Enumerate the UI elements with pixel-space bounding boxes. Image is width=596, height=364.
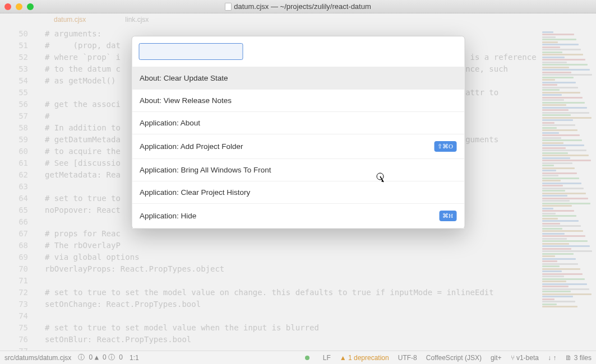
minimap-line <box>542 198 588 199</box>
status-diagnostics[interactable]: ⓘ 0 ▲ 0 ⓘ 0 <box>78 353 123 362</box>
minimap-line <box>542 139 582 141</box>
status-line-ending[interactable]: LF <box>323 354 331 362</box>
command-palette-item[interactable]: Application: Bring All Windows To Front <box>132 159 464 181</box>
code-line[interactable]: # set to true to set the model value on … <box>45 287 540 298</box>
minimap-line <box>542 248 571 250</box>
minimap-line <box>542 250 592 252</box>
status-cursor[interactable]: 1:1 <box>130 354 139 362</box>
minimap-line <box>542 243 569 245</box>
minimap-line <box>542 52 562 53</box>
minimap-line <box>542 245 590 247</box>
line-number: 76 <box>0 334 45 346</box>
line-number: 74 <box>0 310 45 322</box>
code-line[interactable]: # The rbOverlayP <box>45 240 540 251</box>
minimap-line <box>542 263 578 265</box>
titlebar: datum.cjsx — ~/projects/zulily/react-dat… <box>0 0 596 13</box>
minimap-line <box>542 178 579 179</box>
minimap-line <box>542 175 558 176</box>
status-ok-dot-icon <box>305 356 309 360</box>
minimap-line <box>542 283 587 285</box>
minimap-line <box>542 288 589 290</box>
status-path[interactable]: src/datums/datum.cjsx <box>4 354 71 362</box>
minimap-line <box>542 213 556 214</box>
status-encoding[interactable]: UTF-8 <box>398 354 417 362</box>
minimap-line <box>542 112 589 114</box>
minimap-line <box>542 296 573 297</box>
command-palette-item[interactable]: Application: Hide⌘H <box>132 204 464 228</box>
minimap-line <box>542 147 566 149</box>
minimap-line <box>542 306 577 307</box>
code-line[interactable]: setOnBlur: React.PropTypes.bool <box>45 334 540 346</box>
minimap-line <box>542 255 555 257</box>
line-number: 54 <box>0 75 45 87</box>
status-git[interactable]: git+ <box>491 354 502 362</box>
code-line[interactable]: setOnChange: React.PropTypes.bool <box>45 298 540 310</box>
tab-link[interactable]: link.cjsx <box>125 13 188 27</box>
status-grammar[interactable]: CoffeeScript (JSX) <box>426 354 482 362</box>
command-palette-item[interactable]: Application: Clear Project History <box>132 181 464 204</box>
minimap-line <box>542 69 590 71</box>
line-number: 62 <box>0 169 45 181</box>
line-number: 55 <box>0 87 45 99</box>
command-palette-item[interactable]: Application: Add Project Folder⇧⌘O <box>132 134 464 159</box>
code-line[interactable]: # props for Reac <box>45 228 540 240</box>
code-line[interactable] <box>45 275 540 287</box>
command-palette-item[interactable]: About: View Release Notes <box>132 90 464 112</box>
minimap-line <box>542 240 588 242</box>
minimap-line <box>542 87 578 88</box>
command-palette-item[interactable]: About: Clear Update State <box>132 67 464 90</box>
tab-label: datum.cjsx <box>54 16 86 24</box>
command-palette: About: Clear Update StateAbout: View Rel… <box>131 36 465 229</box>
minimap-line <box>542 223 560 225</box>
minimap-line <box>542 210 574 212</box>
minimap-line <box>542 218 558 220</box>
minimap-line <box>542 183 581 184</box>
line-number-gutter: 5051525354555657585960616263646566676869… <box>0 27 45 351</box>
minimap-line <box>542 253 574 255</box>
minimap-line <box>542 276 564 277</box>
minimap-line <box>542 208 553 209</box>
minimap[interactable] <box>540 27 596 351</box>
line-number: 59 <box>0 134 45 146</box>
minimap-line <box>542 286 569 287</box>
code-line[interactable] <box>45 310 540 322</box>
minimap-line <box>542 152 568 154</box>
minimap-line <box>542 228 562 230</box>
minimap-line <box>542 167 575 169</box>
status-files[interactable]: 🗎 3 files <box>565 354 592 362</box>
line-number: 57 <box>0 110 45 122</box>
command-palette-list: About: Clear Update StateAbout: View Rel… <box>132 67 464 228</box>
command-palette-input[interactable] <box>138 43 243 60</box>
minimap-line <box>542 97 583 99</box>
minimap-line <box>542 268 580 270</box>
keyboard-shortcut: ⌘H <box>439 211 456 221</box>
code-line[interactable]: # set to true to set model value when th… <box>45 322 540 334</box>
command-label: About: Clear Update State <box>140 74 228 82</box>
status-branch[interactable]: ⑂ v1-beta <box>511 354 539 362</box>
line-number: 72 <box>0 287 45 298</box>
minimap-line <box>542 180 561 181</box>
warning-icon: ▲ <box>95 353 103 361</box>
minimap-line <box>542 162 572 164</box>
minimap-line <box>542 258 576 260</box>
command-palette-item[interactable]: Application: About <box>132 112 464 134</box>
code-line[interactable]: rbOverlayProps: React.PropTypes.object <box>45 263 540 275</box>
minimap-line <box>542 122 555 124</box>
tab-datum[interactable]: datum.cjsx <box>54 13 125 27</box>
minimap-line <box>542 155 589 156</box>
line-number: 52 <box>0 52 45 63</box>
minimap-line <box>542 67 569 68</box>
code-line[interactable]: # via global options <box>45 251 540 263</box>
minimap-line <box>542 84 557 86</box>
minimap-line <box>542 109 569 111</box>
minimap-line <box>542 281 566 282</box>
minimap-line <box>542 200 570 202</box>
status-sync[interactable]: ↓ ↑ <box>548 354 556 362</box>
minimap-line <box>542 41 558 43</box>
minimap-line <box>542 49 581 50</box>
minimap-line <box>542 64 588 66</box>
minimap-line <box>542 46 560 48</box>
minimap-line <box>542 72 571 73</box>
command-label: Application: Bring All Windows To Front <box>140 166 271 174</box>
status-deprecation[interactable]: ▲ 1 deprecation <box>340 354 389 362</box>
